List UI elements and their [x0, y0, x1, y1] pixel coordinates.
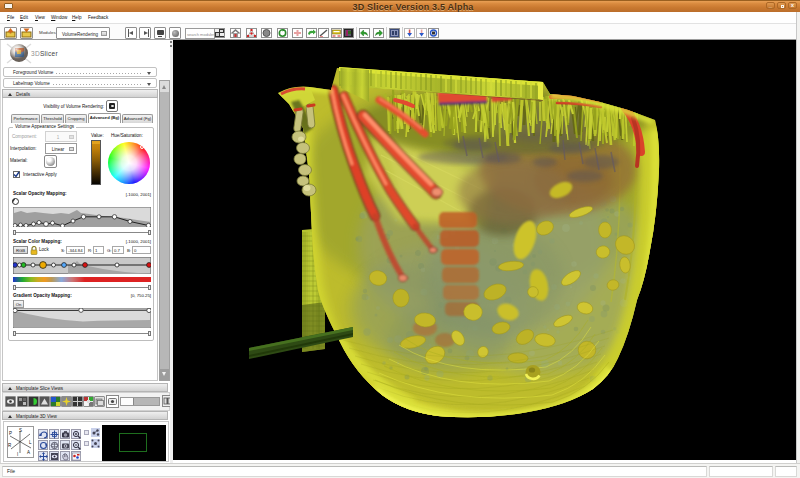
svg-text:P: P	[9, 431, 12, 436]
svg-text:A: A	[27, 450, 30, 455]
svg-text:L: L	[29, 440, 32, 445]
svg-text:S: S	[19, 428, 22, 433]
svg-text:I: I	[17, 452, 18, 457]
svg-text:R: R	[8, 443, 12, 448]
